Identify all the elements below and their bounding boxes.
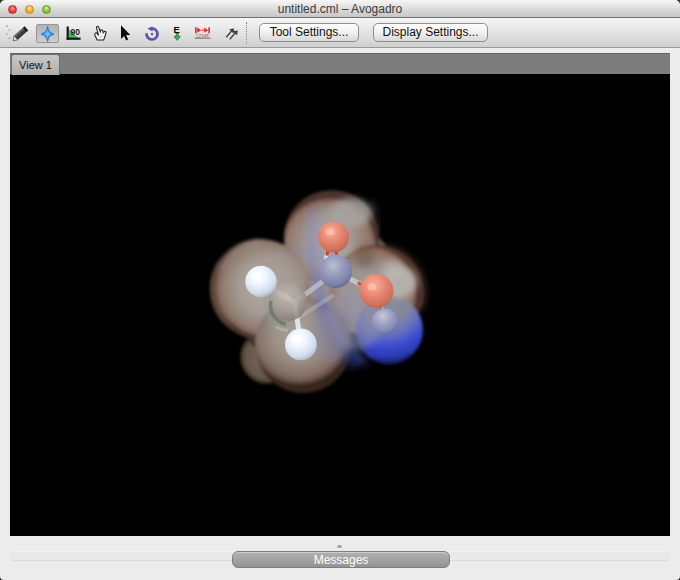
svg-text:90: 90: [71, 27, 81, 37]
svg-text:E: E: [174, 24, 180, 35]
